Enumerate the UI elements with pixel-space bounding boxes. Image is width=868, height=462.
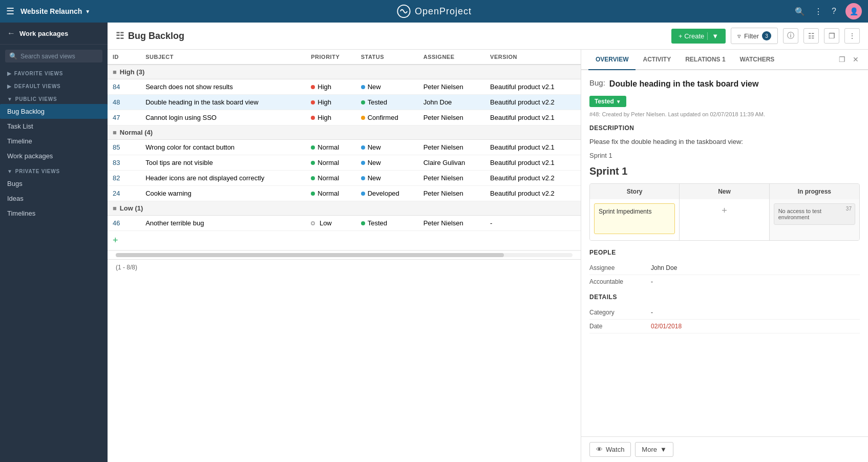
filter-button[interactable]: ▿ Filter 3	[731, 28, 778, 44]
watch-button[interactable]: 👁 Watch	[589, 442, 631, 457]
detail-meta: #48: Created by Peter Nielsen. Last upda…	[589, 111, 860, 117]
detail-title: Double heading in the task board view	[609, 78, 860, 90]
project-name[interactable]: Website Relaunch ▼	[20, 7, 90, 15]
row-version: Beautiful product v2.2	[485, 186, 581, 201]
col-id[interactable]: ID	[108, 50, 130, 65]
row-id-84[interactable]: 84	[108, 79, 130, 95]
badge-caret-icon: ▼	[616, 99, 621, 104]
details-section: DETAILS Category - Date 02/01/2018	[589, 293, 860, 333]
sidebar-item-timelines[interactable]: Timelines	[0, 206, 108, 221]
sprint-heading: Sprint 1	[589, 165, 860, 177]
col-subject[interactable]: SUBJECT	[140, 50, 306, 65]
table-row[interactable]: 83 Tool tips are not visible Normal New …	[108, 155, 581, 171]
table-row[interactable]: 82 Header icons are not displayed correc…	[108, 171, 581, 186]
grid-icon[interactable]: ⋮	[814, 7, 822, 16]
row-assignee: Peter Nielsen	[418, 171, 485, 186]
row-id-24[interactable]: 24	[108, 186, 130, 201]
kanban-card-inprogress[interactable]: 37 No access to test environment	[774, 203, 855, 225]
table-row[interactable]: 47 Cannot login using SSO High Confirmed…	[108, 110, 581, 125]
col-sort[interactable]	[130, 50, 140, 65]
chevron-right-icon: ▶	[7, 71, 12, 76]
row-subject: Cookie warning	[140, 186, 306, 201]
sidebar-item-ideas[interactable]: Ideas	[0, 191, 108, 206]
col-assignee[interactable]: ASSIGNEE	[418, 50, 485, 65]
col-status[interactable]: STATUS	[356, 50, 418, 65]
table-row[interactable]: 46 Another terrible bug Low Tested Peter…	[108, 216, 581, 231]
search-icon: 🔍	[9, 52, 17, 60]
col-version[interactable]: VERSION	[485, 50, 581, 65]
table-row[interactable]: 24 Cookie warning Normal Developed Peter…	[108, 186, 581, 201]
sidebar-section-default[interactable]: ▶ Default Views	[0, 78, 108, 91]
sidebar-item-timeline[interactable]: Timeline	[0, 134, 108, 149]
col-priority[interactable]: PRIORITY	[306, 50, 355, 65]
group-collapse-icon: ■	[113, 129, 117, 136]
group-header-high[interactable]: ■High (3)	[108, 65, 581, 79]
row-id-47[interactable]: 47	[108, 110, 130, 125]
group-header-low[interactable]: ■Low (1)	[108, 201, 581, 216]
sidebar-item-work-packages-public[interactable]: Work packages	[0, 149, 108, 163]
kanban-card-sprint[interactable]: Sprint Impediments	[594, 203, 675, 234]
table-row[interactable]: 48 Double heading in the task board view…	[108, 95, 581, 110]
row-id-48[interactable]: 48	[108, 95, 130, 110]
row-version: -	[485, 216, 581, 231]
row-version: Beautiful product v2.2	[485, 171, 581, 186]
view-toggle-button[interactable]: ☷	[803, 28, 819, 44]
expand-icon[interactable]: ❐	[837, 51, 848, 68]
detail-title-row: Bug: Double heading in the task board vi…	[589, 78, 860, 90]
search-icon[interactable]: 🔍	[795, 7, 805, 16]
create-button[interactable]: + Create ▼	[671, 29, 726, 44]
row-id-82[interactable]: 82	[108, 171, 130, 186]
avatar[interactable]: 👤	[845, 3, 862, 19]
description-section-title: DESCRIPTION	[589, 124, 860, 132]
sidebar-item-bug-backlog[interactable]: Bug Backlog	[0, 104, 108, 119]
kanban-header: Story New In progress	[590, 184, 859, 199]
row-assignee: Peter Nielsen	[418, 79, 485, 95]
tab-relations[interactable]: RELATIONS 1	[678, 50, 732, 70]
group-collapse-icon: ■	[113, 204, 117, 212]
tab-overview[interactable]: OVERVIEW	[588, 50, 636, 70]
close-icon[interactable]: ✕	[851, 51, 861, 68]
add-row[interactable]: +	[108, 231, 581, 250]
add-row-cell[interactable]: +	[108, 231, 581, 250]
kanban-col-inprogress: In progress	[770, 184, 859, 199]
sidebar-section-favorite[interactable]: ▶ Favorite Views	[0, 66, 108, 78]
sidebar-item-bugs[interactable]: Bugs	[0, 176, 108, 191]
group-header-normal[interactable]: ■Normal (4)	[108, 125, 581, 140]
chevron-down-icon: ▼	[7, 96, 13, 102]
row-priority: Normal	[306, 140, 355, 155]
tab-activity[interactable]: ACTIVITY	[636, 50, 678, 70]
settings-button[interactable]: ⋮	[844, 28, 860, 44]
row-assignee: Peter Nielsen	[418, 140, 485, 155]
sidebar-item-task-list[interactable]: Task List	[0, 119, 108, 134]
toolbar: ☷ Bug Backlog + Create ▼ ▿ Filter 3 ⓘ ☷ …	[108, 23, 868, 50]
kanban-add-button[interactable]: +	[684, 203, 765, 218]
more-button[interactable]: More ▼	[635, 442, 673, 457]
app-logo: OpenProject	[396, 4, 472, 18]
row-id-46[interactable]: 46	[108, 216, 130, 231]
sidebar-section-public[interactable]: ▼ Public Views	[0, 91, 108, 104]
row-id-83[interactable]: 83	[108, 155, 130, 171]
table-row[interactable]: 85 Wrong color for contact button Normal…	[108, 140, 581, 155]
filter-icon: ▿	[737, 32, 741, 40]
row-subject: Double heading in the task board view	[140, 95, 306, 110]
sidebar-search[interactable]: 🔍	[5, 50, 102, 62]
tab-watchers[interactable]: WATCHERS	[733, 50, 782, 70]
table-row[interactable]: 84 Search does not show results High New…	[108, 79, 581, 95]
row-id-85[interactable]: 85	[108, 140, 130, 155]
group-collapse-icon: ■	[113, 68, 117, 76]
info-button[interactable]: ⓘ	[783, 28, 798, 44]
help-icon[interactable]: ?	[832, 7, 836, 16]
row-status: New	[356, 155, 418, 171]
create-caret-icon: ▼	[707, 32, 718, 40]
search-input[interactable]	[20, 53, 98, 60]
hamburger-menu[interactable]: ☰	[6, 6, 14, 17]
row-priority: High	[306, 79, 355, 95]
row-version: Beautiful product v2.1	[485, 155, 581, 171]
fullscreen-button[interactable]: ❐	[824, 28, 839, 44]
sidebar-section-private[interactable]: ▼ Private Views	[0, 163, 108, 176]
status-badge[interactable]: Tested ▼	[589, 96, 626, 107]
kanban-col-new-body: +	[680, 199, 769, 240]
back-arrow-icon[interactable]: ←	[7, 29, 15, 38]
row-assignee: Claire Gulivan	[418, 155, 485, 171]
people-row-assignee: Assignee John Doe	[589, 261, 860, 275]
